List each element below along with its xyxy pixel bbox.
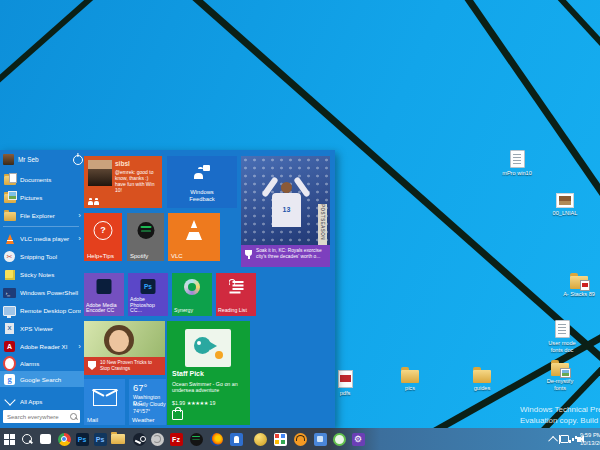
store-featured-art	[185, 329, 231, 367]
tile-label: Help+Tips	[87, 253, 114, 260]
tray-clock[interactable]: 9:59 PM 10/13/2014	[580, 431, 600, 447]
remote-desktop-icon	[3, 304, 16, 317]
sports-banner: Soak it in, KC: Royals exorcise city's t…	[241, 245, 330, 267]
tile-reading-list[interactable]: Reading List	[216, 273, 256, 316]
vlc-cone-icon	[186, 220, 202, 240]
tile-health-fitness[interactable]: 10 New Proven Tricks to Stop Cravings	[84, 321, 165, 375]
menu-item-remote-desktop[interactable]: Remote Desktop Connection	[3, 303, 81, 318]
menu-item-sticky-notes[interactable]: Sticky Notes	[3, 267, 81, 282]
desktop-icon-folder-photo[interactable]: De-mystify fonts	[541, 363, 579, 391]
menu-item-adobe-reader[interactable]: Adobe Reader XI ›	[3, 339, 81, 354]
search-input[interactable]	[3, 410, 80, 423]
desktop-icon-label: De-mystify fonts	[541, 378, 579, 391]
taskbar-settings[interactable]	[350, 431, 366, 447]
menu-separator	[3, 226, 79, 227]
taskbar-audio-app[interactable]	[149, 431, 165, 447]
tile-windows-feedback[interactable]: Windows Feedback	[167, 156, 237, 208]
store-description: Ocean Swimmer - Go on an undersea advent…	[172, 381, 246, 393]
tile-store[interactable]: Staff Pick Ocean Swimmer - Go on an unde…	[167, 321, 250, 425]
feedback-icon	[194, 165, 210, 179]
menu-item-pictures[interactable]: Pictures	[3, 190, 81, 205]
taskbar-app-blue[interactable]	[228, 431, 244, 447]
taskbar-app-grid[interactable]	[272, 431, 288, 447]
submenu-chevron-icon[interactable]: ›	[78, 212, 81, 220]
question-mark-icon	[94, 221, 113, 240]
taskbar-adobe-app[interactable]: Ps	[92, 431, 108, 447]
tweet-text: @emrek: good to know, thanks :) have fun…	[115, 169, 160, 193]
taskbar-app-gold[interactable]	[252, 431, 268, 447]
menu-item-xps-viewer[interactable]: XPS Viewer	[3, 321, 81, 336]
pdf-badge-icon	[580, 280, 590, 291]
tile-label: VLC	[171, 253, 183, 260]
desktop-icon-folder-pdf[interactable]: A- Stacks 89	[560, 276, 598, 298]
taskbar-app-green[interactable]	[331, 431, 347, 447]
submenu-chevron-icon[interactable]: ›	[78, 235, 81, 243]
people-icon	[88, 197, 100, 205]
desktop-icon-folder-3[interactable]: guides	[463, 370, 501, 392]
tile-label: Mail	[87, 417, 98, 424]
taskbar-steam[interactable]	[131, 431, 147, 447]
weather-temp: 67°	[133, 382, 147, 393]
tile-people[interactable]: sibsl @emrek: good to know, thanks :) ha…	[84, 156, 162, 208]
start-menu: Mr Seb Documents Pictures File Explorer …	[0, 150, 335, 428]
tile-spotify[interactable]: Spotify	[127, 213, 164, 261]
tile-weather[interactable]: 67° Washington D.C. Mostly Cloudy 74°/57…	[129, 379, 166, 425]
taskbar-file-explorer[interactable]	[110, 431, 126, 447]
watermark-line2: Evaluation copy. Build 9841	[520, 415, 600, 426]
taskbar-headset-app[interactable]	[292, 431, 308, 447]
watermark-line1: Windows Technical Preview	[520, 404, 600, 415]
taskbar-spotify[interactable]	[188, 431, 204, 447]
desktop-icon-folder-2[interactable]: pics	[391, 370, 429, 392]
menu-item-google-search[interactable]: Google Search	[0, 371, 84, 387]
user-avatar[interactable]	[3, 154, 14, 165]
grid-app-icon	[274, 433, 287, 446]
desktop-icon-image[interactable]: 00_LNIAL	[546, 193, 584, 217]
text-file-icon	[510, 150, 525, 168]
tile-sports[interactable]: POSTSEASON 13 Soak it in, KC: Royals exo…	[241, 156, 330, 267]
store-rating-stars: ★★★★★	[187, 400, 208, 406]
snipping-tool-icon	[3, 250, 16, 263]
desktop-icon-document-2[interactable]: User mode fonts doc	[543, 320, 581, 353]
health-headline: 10 New Proven Tricks to Stop Cravings	[100, 360, 160, 372]
store-rating-count: 19	[209, 400, 215, 406]
firefox-icon	[210, 433, 223, 446]
tile-help-tips[interactable]: Help+Tips	[84, 213, 122, 261]
desktop-icon-label: User mode fonts doc	[543, 340, 581, 353]
menu-item-documents[interactable]: Documents	[3, 172, 81, 187]
taskbar-chrome[interactable]	[56, 431, 72, 447]
desktop-icon-label: pics	[391, 385, 429, 392]
steam-icon	[133, 433, 146, 446]
jersey-number: 13	[272, 193, 301, 227]
menu-item-vlc[interactable]: VLC media player ›	[3, 231, 81, 246]
task-view-button[interactable]	[37, 431, 53, 447]
desktop-icon-document[interactable]: mPro win10	[498, 150, 536, 177]
tile-adobe-media-encoder[interactable]: Adobe Media Encoder CC	[84, 273, 124, 316]
adobe-media-encoder-icon	[97, 279, 112, 294]
taskbar-app-blue-2[interactable]	[312, 431, 328, 447]
tile-vlc[interactable]: VLC	[168, 213, 220, 261]
menu-item-alarms[interactable]: Alarms	[3, 356, 81, 371]
taskbar-firefox[interactable]	[208, 431, 224, 447]
image-file-icon	[556, 193, 574, 208]
menu-item-snipping-tool[interactable]: Snipping Tool	[3, 249, 81, 264]
taskbar-filezilla[interactable]: Fz	[168, 431, 184, 447]
chevron-down-icon	[3, 395, 16, 408]
envelope-icon	[93, 389, 117, 406]
taskbar-search-button[interactable]	[19, 431, 35, 447]
search-icon	[22, 434, 32, 444]
user-name: Mr Seb	[18, 156, 39, 163]
start-button[interactable]	[1, 431, 17, 447]
tile-adobe-photoshop[interactable]: Ps Adobe Photoshop CC...	[128, 273, 168, 316]
tile-mail[interactable]: Mail	[84, 379, 125, 425]
menu-item-file-explorer[interactable]: File Explorer ›	[3, 208, 81, 223]
store-heading: Staff Pick	[172, 370, 204, 377]
photoshop-icon: Ps	[141, 279, 156, 294]
tile-label: Reading List	[218, 308, 254, 314]
submenu-chevron-icon[interactable]: ›	[78, 343, 81, 351]
all-apps-button[interactable]: All Apps	[3, 394, 81, 409]
taskbar-photoshop[interactable]: Ps	[74, 431, 90, 447]
tile-synergy[interactable]: Synergy	[172, 273, 212, 316]
menu-item-powershell[interactable]: Windows PowerShell	[3, 285, 81, 300]
store-bag-icon	[172, 410, 183, 420]
power-icon[interactable]	[73, 155, 83, 165]
